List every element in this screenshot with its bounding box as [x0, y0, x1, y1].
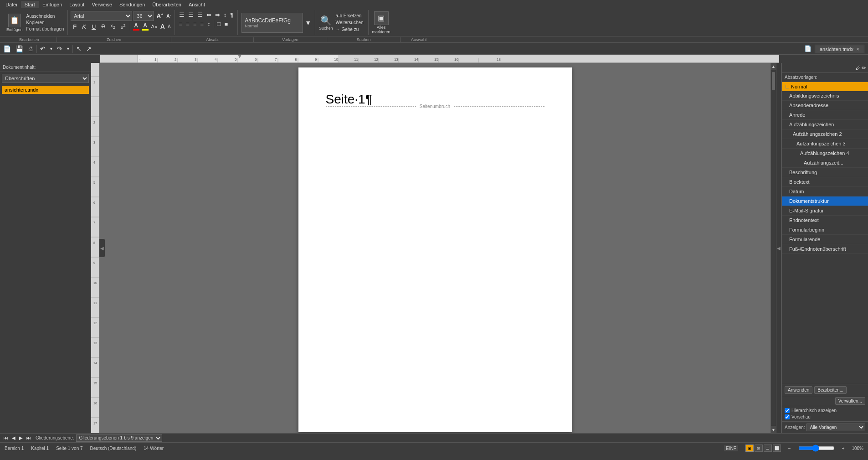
view-btn-full[interactable]: ⬜ [773, 444, 781, 452]
menu-item-sendungen[interactable]: Sendungen [116, 1, 149, 8]
strikethrough-button[interactable]: Ü [99, 23, 107, 30]
search-button[interactable]: 🔍 Suchen [319, 15, 333, 31]
styles-dropdown-button[interactable]: ▼ [305, 19, 311, 26]
hierarchical-checkbox[interactable] [785, 408, 790, 413]
pilcrow-button[interactable]: ¶ [229, 11, 235, 19]
border-button[interactable]: □ [216, 20, 222, 28]
doc-scrollbar[interactable]: ▲ ▼ [770, 63, 776, 433]
style-item-absenderadresse[interactable]: Absenderadresse [782, 101, 868, 110]
paste-button[interactable]: 📋 Einfügen [5, 13, 25, 33]
redo-dropdown[interactable]: ▼ [66, 46, 71, 52]
menu-item-einfuegen[interactable]: Einfügen [39, 1, 66, 8]
style-item-aufzaehlungszeichen4[interactable]: Aufzählungszeichen 4 [782, 149, 868, 158]
style-item-blocktext[interactable]: Blocktext [782, 177, 868, 187]
clear-format-button[interactable]: A✕ [150, 23, 159, 30]
preview-checkbox-row[interactable]: Vorschau [785, 414, 865, 419]
style-item-email-signatur[interactable]: E-Mail-Signatur [782, 206, 868, 216]
align-left-button[interactable]: ≡ [178, 20, 184, 28]
justify-button[interactable]: ≡ [199, 20, 205, 28]
cursor-button[interactable]: ↖ [75, 45, 83, 53]
view-btn-web[interactable]: ⊡ [755, 444, 763, 452]
indent-decrease-button[interactable]: ⬅ [205, 11, 213, 19]
zoom-plus-button[interactable]: + [842, 446, 845, 451]
zoom-slider[interactable] [798, 444, 835, 452]
show-select[interactable]: Alle Vorlagen [806, 424, 865, 431]
list-unordered-button[interactable]: ☰ [178, 11, 186, 19]
right-panel-btn1[interactable]: 🖊 [855, 65, 861, 71]
style-item-aufzaehlungszeit[interactable]: Aufzählungszeit... [782, 158, 868, 168]
style-item-formularbeginn[interactable]: Formularbeginn [782, 225, 868, 235]
right-panel-btn2[interactable]: ✏ [862, 65, 866, 71]
scroll-thumb[interactable] [772, 72, 775, 90]
shrink-btn2[interactable]: A [167, 24, 172, 30]
menu-item-ueberarbeiten[interactable]: Überarbeiten [149, 1, 185, 8]
style-item-aufzaehlungszeichen[interactable]: Aufzählungszeichen [782, 120, 868, 129]
align-center-button[interactable]: ≡ [185, 20, 191, 28]
select-cursor[interactable]: ↗ [85, 45, 93, 53]
document-tab[interactable]: ansichten.tmdx × [815, 45, 864, 53]
list-outline-button[interactable]: ☰ [196, 11, 204, 19]
superscript-button[interactable]: x2 [118, 22, 128, 31]
style-item-aufzaehlungszeichen3[interactable]: Aufzählungszeichen 3 [782, 139, 868, 149]
italic-button[interactable]: K [80, 22, 88, 31]
save-button[interactable]: 💾 [14, 45, 25, 53]
menu-item-layout[interactable]: Layout [66, 1, 88, 8]
hierarchical-checkbox-row[interactable]: Hierarchisch anzeigen [785, 408, 865, 413]
manage-button[interactable]: Verwalten... [835, 397, 865, 405]
sort-button[interactable]: ↕ [222, 11, 228, 19]
menu-item-verweise[interactable]: Verweise [88, 1, 116, 8]
gliederungsebene-select[interactable]: Gliederungsebenen 1 bis 9 anzeigen [76, 434, 162, 442]
document-page[interactable]: Seite·1¶ Seitenumbruch [298, 67, 572, 432]
print-button[interactable]: 🖨 [26, 45, 35, 52]
new-doc-button[interactable]: 📄 [2, 45, 12, 53]
menu-item-datei[interactable]: Datei [2, 1, 21, 8]
replace-button[interactable]: a-b Ersetzen [335, 13, 365, 19]
document-area[interactable]: ◀ Seite·1¶ Seitenumbruch [99, 63, 770, 433]
scroll-up-button[interactable]: ▲ [771, 63, 776, 70]
indent-increase-button[interactable]: ➡ [214, 11, 221, 19]
nav-first-button[interactable]: ⏮ [3, 435, 9, 440]
zoom-minus-button[interactable]: − [788, 446, 791, 451]
find-next-button[interactable]: Weitersuchen [335, 20, 365, 26]
format-transfer-button[interactable]: Format übertragen [26, 26, 65, 32]
select-all-button[interactable]: ▣ Alles markieren [372, 11, 390, 34]
menu-item-start[interactable]: Start [21, 1, 39, 8]
font-size-select[interactable]: 36 [134, 11, 154, 21]
underline-button[interactable]: U [89, 22, 98, 31]
style-preview-box[interactable]: AaBbCcDdEeFfGg Normal [241, 13, 303, 33]
style-item-endnotentext[interactable]: Endnotentext [782, 216, 868, 225]
copy-button[interactable]: Kopieren [26, 20, 65, 26]
font-grow-button[interactable]: A+ [155, 12, 164, 20]
style-item-normal[interactable]: Normal [782, 82, 868, 91]
nav-last-button[interactable]: ⏭ [26, 435, 32, 440]
bold-button[interactable]: F [71, 22, 79, 31]
outline-dropdown[interactable]: Überschriften [2, 74, 89, 83]
collapse-handle-left[interactable]: ◀ [99, 239, 105, 257]
cut-button[interactable]: Ausschneiden [26, 13, 65, 19]
style-item-fuss-endnoten[interactable]: Fuß-/Endnotenüberschrift [782, 244, 868, 254]
undo-dropdown[interactable]: ▼ [49, 46, 54, 52]
shading-button[interactable]: ■ [223, 20, 229, 28]
style-item-aufzaehlungszeichen2[interactable]: Aufzählungszeichen 2 [782, 129, 868, 139]
tab-close-icon[interactable]: × [856, 46, 859, 52]
style-item-anrede[interactable]: Anrede [782, 110, 868, 120]
menu-item-ansicht[interactable]: Ansicht [185, 1, 209, 8]
doc-icon-button[interactable]: 📄 [803, 45, 813, 52]
scroll-down-button[interactable]: ▼ [771, 426, 776, 433]
highlight-button[interactable]: A [141, 22, 149, 31]
style-item-beschriftung[interactable]: Beschriftung [782, 168, 868, 177]
edit-style-button[interactable]: Bearbeiten... [814, 386, 847, 394]
subscript-button[interactable]: x2 [108, 22, 118, 31]
font-family-select[interactable]: Arial [71, 11, 132, 21]
style-item-dokumentstruktur[interactable]: Dokumentstruktur [782, 196, 868, 206]
enlarge-button[interactable]: A [159, 22, 166, 31]
goto-button[interactable]: → Gehe zu [335, 26, 365, 32]
redo-button[interactable]: ↷ [56, 45, 64, 53]
line-spacing-button[interactable]: ↕ [206, 20, 212, 28]
style-item-datum[interactable]: Datum [782, 187, 868, 196]
collapse-handle-right[interactable]: ◀ [776, 63, 781, 433]
file-item[interactable]: ansichten.tmdx [2, 86, 89, 94]
nav-next-button[interactable]: ▶ [18, 435, 24, 440]
view-btn-normal[interactable]: ▣ [745, 444, 754, 452]
view-btn-outline[interactable]: ☰ [764, 444, 772, 452]
